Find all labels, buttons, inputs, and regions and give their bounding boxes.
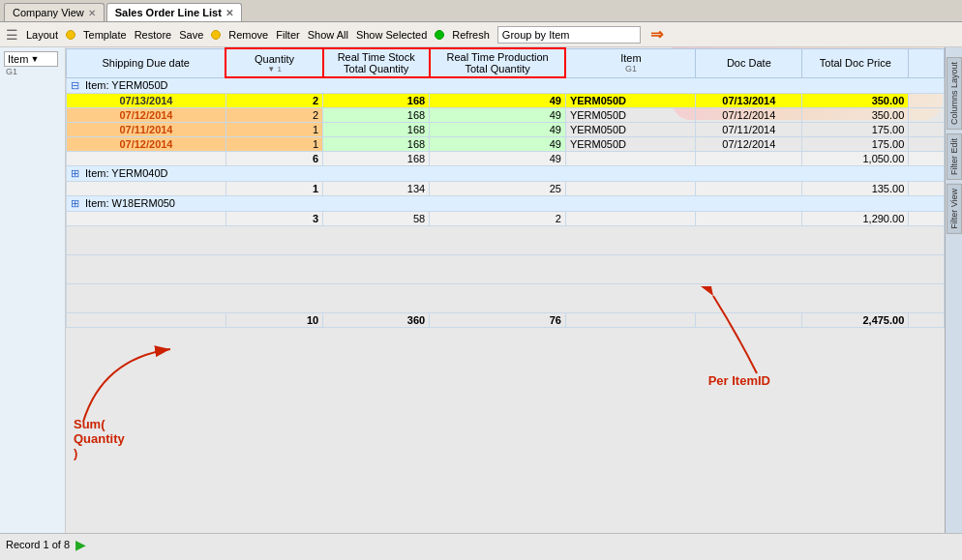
arrow-icon[interactable]: ⇒ (648, 26, 666, 44)
col-header-shipping[interactable]: Shipping Due date (67, 48, 226, 77)
cell-extra (909, 123, 945, 137)
cell-rtstock: 168 (323, 94, 430, 108)
right-sidebar: Columns Layout Filter Edit Filter View (945, 47, 962, 533)
tab-sales-order-close[interactable]: ✕ (225, 8, 233, 18)
status-arrow-icon[interactable]: ▶ (75, 537, 86, 552)
refresh-button[interactable]: Refresh (452, 29, 490, 41)
save-button[interactable]: Save (179, 29, 203, 41)
grand-total-price: 2,475.00 (802, 313, 909, 328)
col-header-qty[interactable]: Quantity ▼ 1 (225, 48, 322, 77)
remove-dot (211, 30, 221, 40)
filter-edit-button[interactable]: Filter Edit (947, 133, 962, 180)
summary-docdate (696, 212, 802, 226)
table-header: Shipping Due date Quantity ▼ 1 Real Time… (67, 48, 945, 77)
cell-extra (909, 94, 945, 108)
item-selector[interactable]: Item ▼ (4, 51, 58, 67)
group-name-yerm040d: Item: YERM040D (85, 167, 167, 179)
filter-button[interactable]: Filter (276, 29, 299, 41)
summary-extra (909, 152, 945, 166)
tab-bar: Company View ✕ Sales Order Line List ✕ (0, 0, 962, 22)
summary-price: 1,050.00 (802, 152, 909, 166)
summary-row-yerm050d: 6 168 49 1,050.00 (67, 152, 945, 166)
cell-docdate: 07/11/2014 (696, 123, 802, 137)
table-row[interactable]: 07/11/2014 1 168 49 YERM050D 07/11/2014 … (67, 123, 945, 137)
cell-docdate: 07/12/2014 (696, 137, 802, 152)
summary-rtprod: 25 (430, 182, 566, 196)
per-item-label: Per ItemID (708, 373, 770, 388)
summary-rtprod: 49 (430, 152, 566, 166)
remove-button[interactable]: Remove (228, 29, 268, 41)
tab-company-view-label: Company View (13, 7, 84, 18)
cell-price: 175.00 (802, 123, 909, 137)
restore-label: Restore (135, 29, 172, 41)
summary-extra (909, 182, 945, 196)
col-header-totalprice[interactable]: Total Doc Price (802, 48, 909, 77)
spacer-row (67, 255, 945, 284)
layout-button[interactable]: Layout (26, 29, 58, 41)
cell-rtprod: 49 (430, 108, 566, 123)
col-header-docdate[interactable]: Doc Date (696, 48, 802, 77)
save-label: Save (179, 29, 203, 41)
filter-view-button[interactable]: Filter View (947, 184, 962, 234)
table-row[interactable]: 07/13/2014 2 168 49 YERM050D 07/13/2014 … (67, 94, 945, 108)
cell-rtstock: 168 (323, 137, 430, 152)
table-row[interactable]: 07/12/2014 2 168 49 YERM050D 07/12/2014 … (67, 108, 945, 123)
restore-button[interactable]: Restore (135, 29, 172, 41)
col-header-item[interactable]: Item G1 (565, 48, 695, 77)
summary-docdate (696, 182, 802, 196)
cell-price: 350.00 (802, 94, 909, 108)
table-row[interactable]: 07/12/2014 1 168 49 YERM050D 07/12/2014 … (67, 137, 945, 152)
tab-company-view-close[interactable]: ✕ (88, 8, 96, 18)
show-selected-button[interactable]: Show Selected (356, 29, 427, 41)
summary-cell (67, 212, 226, 226)
tab-company-view[interactable]: Company View ✕ (4, 3, 105, 21)
summary-qty: 3 (225, 212, 322, 226)
cell-rtprod: 49 (430, 137, 566, 152)
grand-total-rtstock: 360 (323, 313, 430, 328)
per-item-annotation: Per ItemID (708, 373, 770, 388)
template-button[interactable]: Template (83, 29, 127, 41)
expand-icon-w18erm050[interactable]: ⊞ (71, 197, 79, 209)
sum-label: Sum( Quantity ) (74, 417, 125, 460)
group-by-input[interactable] (497, 26, 641, 44)
cell-rtprod: 49 (430, 94, 566, 108)
cell-shipping: 07/13/2014 (67, 94, 226, 108)
summary-price: 135.00 (802, 182, 909, 196)
cell-item: YERM050D (565, 123, 695, 137)
summary-item (565, 182, 695, 196)
col-header-rtstock[interactable]: Real Time StockTotal Quantity (323, 48, 430, 77)
data-table: Shipping Due date Quantity ▼ 1 Real Time… (66, 47, 945, 328)
columns-layout-button[interactable]: Columns Layout (947, 57, 962, 130)
show-all-label: Show All (308, 29, 348, 41)
cell-docdate: 07/13/2014 (696, 94, 802, 108)
group-header-yerm050d[interactable]: ⊟ Item: YERM050D (67, 77, 945, 94)
menu-icon[interactable]: ☰ (6, 27, 18, 43)
cell-item: YERM050D (565, 108, 695, 123)
cell-qty: 1 (225, 137, 322, 152)
refresh-label: Refresh (452, 29, 490, 41)
dropdown-arrow-icon: ▼ (30, 54, 39, 64)
template-label: Template (83, 29, 127, 41)
cell-qty: 1 (225, 123, 322, 137)
cell-extra (909, 108, 945, 123)
col-header-extra (909, 48, 945, 77)
item-selector-label: Item (8, 53, 28, 65)
summary-qty: 6 (225, 152, 322, 166)
cell-shipping: 07/12/2014 (67, 137, 226, 152)
cell-shipping: 07/11/2014 (67, 123, 226, 137)
grand-total-item (565, 313, 695, 328)
tab-sales-order[interactable]: Sales Order Line List ✕ (106, 3, 242, 21)
expand-icon-yerm040d[interactable]: ⊞ (71, 167, 79, 179)
summary-docdate (696, 152, 802, 166)
collapse-icon-yerm050d[interactable]: ⊟ (71, 79, 79, 91)
content-area: Shipping Due date Quantity ▼ 1 Real Time… (66, 47, 945, 533)
summary-qty: 1 (225, 182, 322, 196)
item-g1-label: G1 (570, 64, 691, 74)
group-header-w18erm050[interactable]: ⊞ Item: W18ERM050 (67, 196, 945, 212)
summary-price: 1,290.00 (802, 212, 909, 226)
group-name-w18erm050: Item: W18ERM050 (85, 197, 175, 209)
show-all-button[interactable]: Show All (308, 29, 348, 41)
group-header-yerm040d[interactable]: ⊞ Item: YERM040D (67, 166, 945, 182)
cell-rtstock: 168 (323, 123, 430, 137)
col-header-rtprod[interactable]: Real Time ProductionTotal Quantity (430, 48, 566, 77)
